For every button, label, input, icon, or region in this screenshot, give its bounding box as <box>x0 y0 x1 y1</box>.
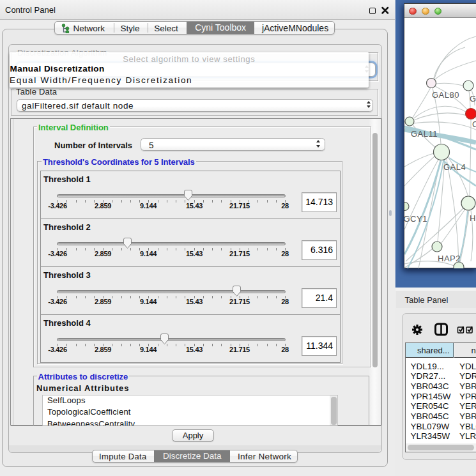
svg-text:GAL11: GAL11 <box>411 129 438 139</box>
svg-text:HAP2: HAP2 <box>438 254 461 263</box>
svg-text:GAL80: GAL80 <box>432 90 459 100</box>
svg-text:GCY1: GCY1 <box>404 214 427 224</box>
svg-text:GAL4: GAL4 <box>443 162 466 172</box>
svg-text:H: H <box>470 213 476 223</box>
svg-text:C: C <box>472 119 476 129</box>
svg-text:GA: GA <box>470 94 476 104</box>
